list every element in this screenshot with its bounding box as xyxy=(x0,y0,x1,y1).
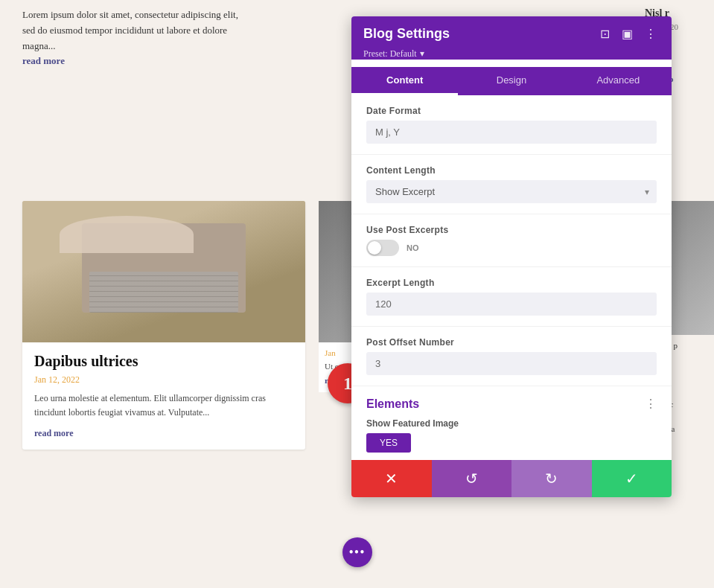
post-offset-section: Post Offset Number xyxy=(351,327,672,386)
card1-readmore[interactable]: read more xyxy=(34,428,74,438)
redo-button[interactable]: ↻ xyxy=(511,460,592,497)
undo-button[interactable]: ↺ xyxy=(432,460,512,497)
panel-body: Date Format Content Length Show Excerpt … xyxy=(351,95,672,460)
tab-content[interactable]: Content xyxy=(351,67,458,95)
use-post-excerpts-section: Use Post Excerpts NO xyxy=(351,214,672,267)
fit-screen-icon[interactable]: ⊡ xyxy=(597,25,613,42)
tab-design[interactable]: Design xyxy=(458,67,564,95)
save-button[interactable]: ✓ xyxy=(592,460,672,497)
date-format-label: Date Format xyxy=(366,106,657,116)
content-length-select-wrapper: Show Excerpt Show Full Post ▾ xyxy=(366,180,657,203)
preset-selector[interactable]: Preset: Default ▾ xyxy=(363,48,660,60)
date-format-input[interactable] xyxy=(366,121,657,144)
panel-menu-icon[interactable]: ⋮ xyxy=(642,25,660,42)
card1-text: Leo urna molestie at elementum. Elit ull… xyxy=(34,392,293,420)
toggle-knob xyxy=(368,241,381,255)
content-length-label: Content Length xyxy=(366,165,657,176)
panel-header-icons: ⊡ ▣ ⋮ xyxy=(597,25,660,42)
cancel-button[interactable]: ✕ xyxy=(351,460,432,497)
excerpt-length-section: Excerpt Length xyxy=(351,267,672,327)
elements-title: Elements xyxy=(366,397,419,411)
top-excerpt-text: Lorem ipsum dolor sit amet, consectetur … xyxy=(22,9,238,51)
panel-title: Blog Settings xyxy=(363,26,450,42)
card1-body: Dapibus ultrices Jan 12, 2022 Leo urna m… xyxy=(22,342,305,450)
panel-toolbar: ✕ ↺ ↻ ✓ xyxy=(351,460,672,497)
card1-image xyxy=(22,201,305,342)
panel-header-top: Blog Settings ⊡ ▣ ⋮ xyxy=(363,25,660,42)
panel-header: Blog Settings ⊡ ▣ ⋮ Preset: Default ▾ xyxy=(351,16,672,60)
split-view-icon[interactable]: ▣ xyxy=(619,25,636,42)
top-left-text: Lorem ipsum dolor sit amet, consectetur … xyxy=(22,7,238,69)
elements-header: Elements ⋮ xyxy=(351,386,672,418)
post-offset-label: Post Offset Number xyxy=(366,337,657,348)
use-post-excerpts-label: Use Post Excerpts xyxy=(366,225,657,235)
show-featured-image-label: Show Featured Image xyxy=(366,418,657,429)
settings-panel: Blog Settings ⊡ ▣ ⋮ Preset: Default ▾ Co… xyxy=(351,16,672,497)
bottom-dots-button[interactable]: ••• xyxy=(342,537,372,567)
excerpt-length-label: Excerpt Length xyxy=(366,278,657,288)
show-featured-image-button[interactable]: YES xyxy=(366,433,411,453)
toggle-row: NO xyxy=(366,240,657,256)
post-offset-input[interactable] xyxy=(366,352,657,375)
tab-advanced[interactable]: Advanced xyxy=(565,67,672,95)
card1-title: Dapibus ultrices xyxy=(34,353,293,370)
blog-card-1: Dapibus ultrices Jan 12, 2022 Leo urna m… xyxy=(22,201,305,450)
content-length-section: Content Length Show Excerpt Show Full Po… xyxy=(351,155,672,214)
use-post-excerpts-toggle[interactable] xyxy=(366,240,399,256)
show-featured-image-section: Show Featured Image YES xyxy=(351,418,672,460)
panel-tabs: Content Design Advanced xyxy=(351,67,672,95)
date-format-section: Date Format xyxy=(351,95,672,155)
content-length-select[interactable]: Show Excerpt Show Full Post xyxy=(366,180,657,203)
top-readmore-link[interactable]: read more xyxy=(22,55,65,66)
excerpt-length-input[interactable] xyxy=(366,293,657,316)
card1-date: Jan 12, 2022 xyxy=(34,374,293,386)
toggle-label: NO xyxy=(407,243,419,252)
elements-menu-icon[interactable]: ⋮ xyxy=(645,397,657,411)
